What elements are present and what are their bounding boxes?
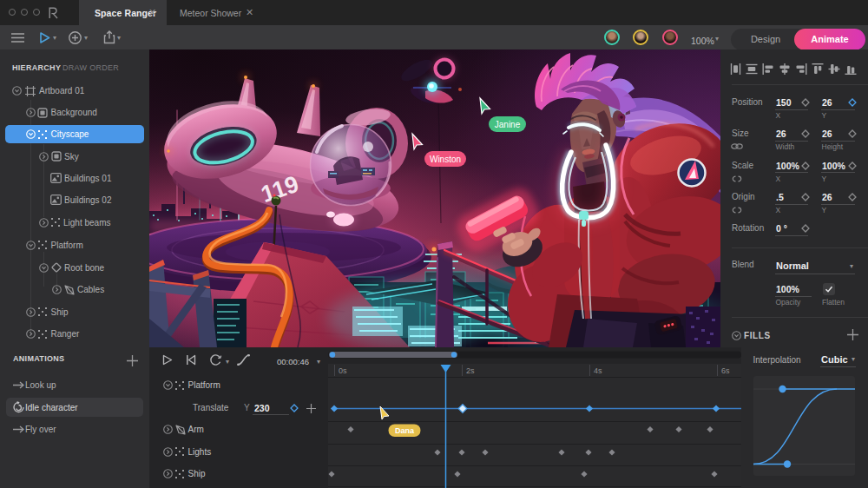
- svg-text:0s: 0s: [339, 366, 347, 375]
- svg-text:Dana: Dana: [395, 426, 415, 435]
- svg-text:Winston: Winston: [430, 155, 461, 164]
- svg-text:2s: 2s: [466, 366, 475, 375]
- svg-text:4s: 4s: [594, 366, 602, 375]
- svg-text:6s: 6s: [721, 366, 730, 375]
- svg-text:Janine: Janine: [495, 120, 521, 129]
